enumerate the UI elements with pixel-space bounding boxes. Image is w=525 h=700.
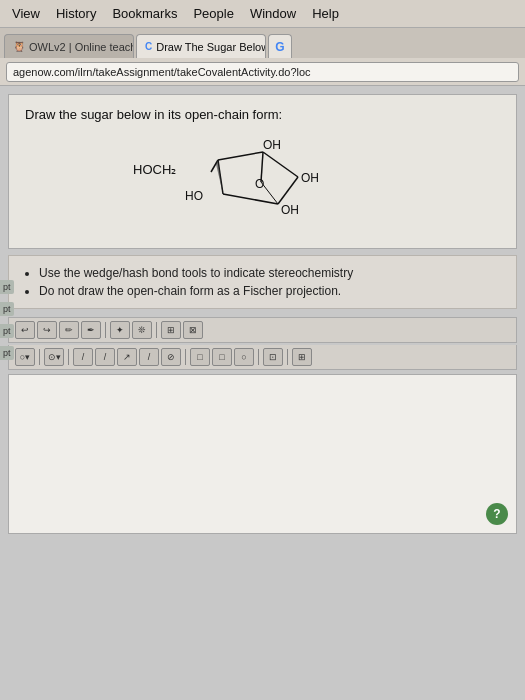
svg-line-6 xyxy=(223,194,278,204)
tool-ring-drop[interactable]: ⊙▾ xyxy=(44,348,64,366)
sep-1 xyxy=(105,322,106,338)
tool-star[interactable]: ✦ xyxy=(110,321,130,339)
sep-6 xyxy=(258,349,259,365)
instruction-1: Use the wedge/hash bond tools to indicat… xyxy=(39,264,504,282)
instruction-2: Do not draw the open-chain form as a Fis… xyxy=(39,282,504,300)
svg-text:OH: OH xyxy=(301,171,319,185)
tool-table[interactable]: ⊞ xyxy=(292,348,312,366)
svg-line-2 xyxy=(263,152,298,177)
tool-grid[interactable]: ⊞ xyxy=(161,321,181,339)
tool-circ[interactable]: ○ xyxy=(234,348,254,366)
sidebar-pt-2: pt xyxy=(0,302,14,316)
tool-undo[interactable]: ↩ xyxy=(15,321,35,339)
tool-bond-diag[interactable]: ↗ xyxy=(117,348,137,366)
sidebar-pt-1: pt xyxy=(0,280,14,294)
sep-5 xyxy=(185,349,186,365)
menu-bookmarks[interactable]: Bookmarks xyxy=(104,2,185,25)
tool-bond-single[interactable]: / xyxy=(73,348,93,366)
question-text: Draw the sugar below in its open-chain f… xyxy=(25,107,500,122)
sep-7 xyxy=(287,349,288,365)
tab-owlv2[interactable]: 🦉 OWLv2 | Online teachin × xyxy=(4,34,134,58)
svg-text:OH: OH xyxy=(263,138,281,152)
tool-bond-up[interactable]: / xyxy=(95,348,115,366)
toolbar-bottom: ○▾ ⊙▾ / / ↗ / ⊘ □ □ ○ ⊡ ⊞ xyxy=(8,345,517,370)
tool-rect1[interactable]: □ xyxy=(190,348,210,366)
tab-google[interactable]: G xyxy=(268,34,292,58)
menu-window[interactable]: Window xyxy=(242,2,304,25)
instructions-box: Use the wedge/hash bond tools to indicat… xyxy=(8,255,517,309)
menu-people[interactable]: People xyxy=(185,2,241,25)
tab-draw-label: Draw The Sugar Below xyxy=(156,41,266,53)
tool-pen[interactable]: ✒ xyxy=(81,321,101,339)
tool-dotgrid[interactable]: ⊡ xyxy=(263,348,283,366)
tab-draw-sugar[interactable]: C Draw The Sugar Below × xyxy=(136,34,266,58)
help-button[interactable]: ? xyxy=(486,503,508,525)
svg-text:OH: OH xyxy=(281,203,299,217)
content-area: Draw the sugar below in its open-chain f… xyxy=(0,86,525,700)
hoch2-label: HOCH₂ xyxy=(133,162,176,177)
browser-window: View History Bookmarks People Window Hel… xyxy=(0,0,525,700)
sep-3 xyxy=(39,349,40,365)
molecule-display: HOCH₂ OH OH OH H xyxy=(25,132,500,222)
menu-help[interactable]: Help xyxy=(304,2,347,25)
tab-owlv2-label: OWLv2 | Online teachin xyxy=(29,41,134,53)
molecule-svg: HOCH₂ OH OH OH H xyxy=(123,132,403,222)
svg-line-4 xyxy=(278,177,298,204)
tab-owlv2-icon: 🦉 xyxy=(13,41,25,52)
tab-draw-icon: C xyxy=(145,41,152,52)
menu-view[interactable]: View xyxy=(4,2,48,25)
tool-atom[interactable]: ❊ xyxy=(132,321,152,339)
svg-line-0 xyxy=(218,152,263,160)
question-page: Draw the sugar below in its open-chain f… xyxy=(8,94,517,249)
menu-history[interactable]: History xyxy=(48,2,104,25)
sidebar-pt-3: pt xyxy=(0,324,14,338)
sep-4 xyxy=(68,349,69,365)
tool-bond-dash[interactable]: ⊘ xyxy=(161,348,181,366)
tool-hash[interactable]: ⊠ xyxy=(183,321,203,339)
sidebar-pt-4: pt xyxy=(0,346,14,360)
tool-rect2[interactable]: □ xyxy=(212,348,232,366)
url-input[interactable] xyxy=(6,62,519,82)
tabbar: 🦉 OWLv2 | Online teachin × C Draw The Su… xyxy=(0,28,525,58)
svg-text:HO: HO xyxy=(185,189,203,203)
menubar: View History Bookmarks People Window Hel… xyxy=(0,0,525,28)
drawing-canvas[interactable]: ? xyxy=(8,374,517,534)
tool-circle-drop[interactable]: ○▾ xyxy=(15,348,35,366)
toolbar-top: ↩ ↪ ✏ ✒ ✦ ❊ ⊞ ⊠ xyxy=(8,317,517,343)
tool-pencil[interactable]: ✏ xyxy=(59,321,79,339)
addressbar xyxy=(0,58,525,86)
tool-bond-slash[interactable]: / xyxy=(139,348,159,366)
tool-redo[interactable]: ↪ xyxy=(37,321,57,339)
sep-2 xyxy=(156,322,157,338)
sidebar-labels: pt pt pt pt xyxy=(0,280,14,360)
